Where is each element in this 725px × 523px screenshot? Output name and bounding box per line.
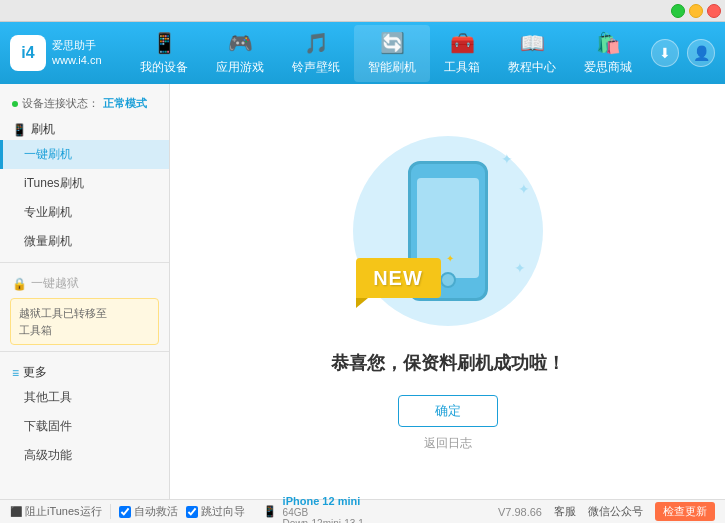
more-section-header: ≡ 更多 (0, 358, 169, 383)
status-dot (12, 101, 18, 107)
sidebar-divider-1 (0, 262, 169, 263)
version-label: V7.98.66 (498, 506, 542, 518)
more-icon: ≡ (12, 366, 19, 380)
apps-icon: 🎮 (228, 31, 253, 55)
new-ribbon: NEW ✦ (356, 258, 446, 303)
device-info: 📱 iPhone 12 mini 64GB Down-12mini-13,1 (263, 495, 364, 524)
nav-item-apps-games[interactable]: 🎮 应用游戏 (202, 25, 278, 82)
sidebar: 设备连接状态： 正常模式 📱 刷机 一键刷机 iTunes刷机 专业刷机 微量刷… (0, 84, 170, 499)
toolbox-icon: 🧰 (450, 31, 475, 55)
sidebar-item-advanced[interactable]: 高级功能 (0, 441, 169, 470)
device-status: 设备连接状态： 正常模式 (0, 92, 169, 115)
main-area: 设备连接状态： 正常模式 📱 刷机 一键刷机 iTunes刷机 专业刷机 微量刷… (0, 84, 725, 499)
tutorial-icon: 📖 (520, 31, 545, 55)
auto-recover-checkbox[interactable]: 自动救活 (119, 504, 178, 519)
sidebar-alert: 越狱工具已转移至工具箱 (10, 298, 159, 345)
sparkle-2: ✦ (518, 181, 530, 197)
success-illustration: NEW ✦ ✦ ✦ ✦ (348, 131, 548, 331)
bottom-right: V7.98.66 客服 微信公众号 检查更新 (498, 502, 715, 521)
ringtone-icon: 🎵 (304, 31, 329, 55)
skip-wizard-input[interactable] (186, 506, 198, 518)
nav-item-tutorial[interactable]: 📖 教程中心 (494, 25, 570, 82)
nav-label-tutorial: 教程中心 (508, 59, 556, 76)
skip-wizard-checkbox[interactable]: 跳过向导 (186, 504, 245, 519)
app-logo: i4 爱思助手 www.i4.cn (10, 35, 102, 71)
update-button[interactable]: 检查更新 (655, 502, 715, 521)
minimize-button[interactable] (671, 4, 685, 18)
stop-icon: ⬛ (10, 506, 22, 517)
device-model: Down-12mini-13,1 (283, 518, 364, 524)
lock-icon: 🔒 (12, 277, 27, 291)
nav-label-toolbox: 工具箱 (444, 59, 480, 76)
content-area: NEW ✦ ✦ ✦ ✦ 恭喜您，保资料刷机成功啦！ 确定 返回日志 (170, 84, 725, 499)
logo-text: 爱思助手 www.i4.cn (52, 38, 102, 69)
nav-label-ringtone: 铃声壁纸 (292, 59, 340, 76)
success-message: 恭喜您，保资料刷机成功啦！ (331, 351, 565, 375)
wechat-link[interactable]: 微信公众号 (588, 504, 643, 519)
title-bar (0, 0, 725, 22)
nav-item-my-device[interactable]: 📱 我的设备 (126, 25, 202, 82)
flash-section-header: 📱 刷机 (0, 115, 169, 140)
nav-items: 📱 我的设备 🎮 应用游戏 🎵 铃声壁纸 🔄 智能刷机 🧰 工具箱 📖 教程中心… (122, 25, 651, 82)
back-log-button[interactable]: 返回日志 (424, 435, 472, 452)
sidebar-item-itunes-flash[interactable]: iTunes刷机 (0, 169, 169, 198)
jailbreak-section: 🔒 一键越狱 (0, 269, 169, 294)
device-name: iPhone 12 mini (283, 495, 364, 507)
nav-item-toolbox[interactable]: 🧰 工具箱 (430, 25, 494, 82)
confirm-button[interactable]: 确定 (398, 395, 498, 427)
sidebar-item-download-fw[interactable]: 下载固件 (0, 412, 169, 441)
bottom-bar: ⬛ 阻止iTunes运行 自动救活 跳过向导 📱 iPhone 12 mini … (0, 499, 725, 523)
flash-section-icon: 📱 (12, 123, 27, 137)
nav-label-shop: 爱思商城 (584, 59, 632, 76)
sidebar-item-micro-flash[interactable]: 微量刷机 (0, 227, 169, 256)
user-button[interactable]: 👤 (687, 39, 715, 67)
service-link[interactable]: 客服 (554, 504, 576, 519)
skip-wizard-label: 跳过向导 (201, 504, 245, 519)
nav-right: ⬇ 👤 (651, 39, 715, 67)
nav-item-smart-flash[interactable]: 🔄 智能刷机 (354, 25, 430, 82)
nav-item-ringtone[interactable]: 🎵 铃声壁纸 (278, 25, 354, 82)
flash-icon: 🔄 (380, 31, 405, 55)
ribbon-stars: ✦ (446, 253, 454, 264)
itunes-label: 阻止iTunes运行 (25, 504, 102, 519)
sparkle-3: ✦ (514, 260, 526, 276)
close-button[interactable] (707, 4, 721, 18)
sidebar-divider-2 (0, 351, 169, 352)
download-button[interactable]: ⬇ (651, 39, 679, 67)
device-icon: 📱 (152, 31, 177, 55)
logo-icon: i4 (10, 35, 46, 71)
device-storage: 64GB (283, 507, 364, 518)
auto-recover-label: 自动救活 (134, 504, 178, 519)
sidebar-item-one-key-flash[interactable]: 一键刷机 (0, 140, 169, 169)
itunes-section: ⬛ 阻止iTunes运行 (10, 504, 111, 519)
sidebar-item-pro-flash[interactable]: 专业刷机 (0, 198, 169, 227)
nav-label-my-device: 我的设备 (140, 59, 188, 76)
sparkle-1: ✦ (501, 151, 513, 167)
auto-recover-input[interactable] (119, 506, 131, 518)
nav-label-smart-flash: 智能刷机 (368, 59, 416, 76)
nav-item-shop[interactable]: 🛍️ 爱思商城 (570, 25, 646, 82)
ribbon-bg: NEW (356, 258, 441, 298)
bottom-left: ⬛ 阻止iTunes运行 自动救活 跳过向导 📱 iPhone 12 mini … (10, 495, 498, 524)
nav-label-apps: 应用游戏 (216, 59, 264, 76)
maximize-button[interactable] (689, 4, 703, 18)
nav-bar: i4 爱思助手 www.i4.cn 📱 我的设备 🎮 应用游戏 🎵 铃声壁纸 🔄… (0, 22, 725, 84)
sidebar-item-other-tools[interactable]: 其他工具 (0, 383, 169, 412)
shop-icon: 🛍️ (596, 31, 621, 55)
